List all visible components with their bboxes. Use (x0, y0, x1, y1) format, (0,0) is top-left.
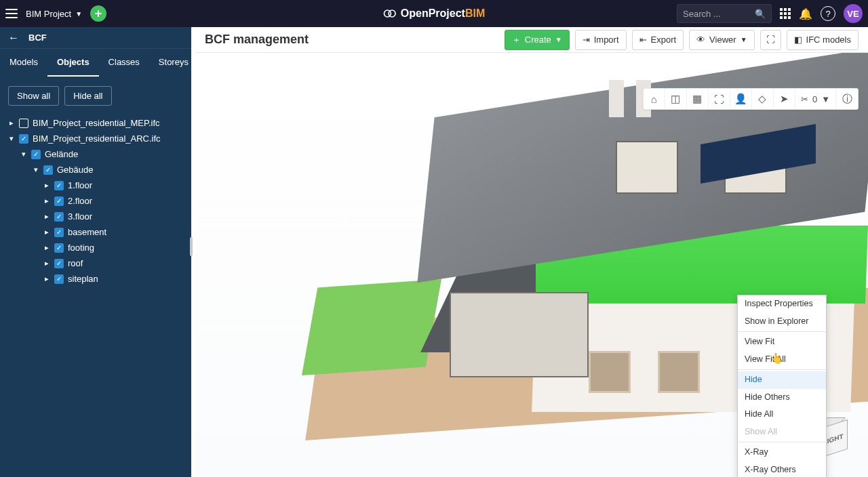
splitter-handle[interactable] (190, 237, 193, 256)
home-icon[interactable]: ⌂ (644, 89, 665, 109)
chimney (609, 80, 624, 117)
avatar[interactable]: VE (844, 4, 863, 23)
info-icon[interactable]: ⓘ (836, 89, 858, 109)
show-all-button[interactable]: Show all (8, 86, 59, 106)
import-icon: ⇥ (583, 35, 590, 45)
svg-point-1 (389, 10, 395, 17)
checkbox[interactable] (19, 119, 28, 128)
hide-all-button[interactable]: Hide all (64, 86, 111, 106)
perspective-icon[interactable]: ◫ (665, 89, 687, 109)
sidebar: ← BCF ModelsObjectsClassesStoreys Show a… (0, 27, 191, 477)
expander-icon[interactable]: ▾ (8, 134, 15, 143)
tree-label: roof (68, 258, 83, 268)
tree-label: Gebäude (57, 165, 94, 175)
help-icon[interactable]: ? (821, 6, 835, 21)
scissors-icon: ✂ (801, 94, 808, 104)
expander-icon[interactable]: ▸ (43, 274, 50, 283)
tree-label: BIM_Project_residential_MEP.ifc (33, 118, 160, 128)
checkbox[interactable]: ✓ (54, 259, 64, 268)
slice-counter[interactable]: ✂ 0 ▼ (795, 89, 836, 109)
tree-3-floor[interactable]: ▸✓3.floor (5, 209, 186, 224)
expander-icon[interactable]: ▸ (43, 259, 50, 268)
checkbox[interactable]: ✓ (43, 165, 53, 175)
ifc-models-button[interactable]: ◧IFC models (787, 30, 859, 50)
viewer-toolbar: ⌂ ◫ ▦ ⛶ 👤 ◇ ➤ ✂ 0 ▼ ⓘ (643, 88, 859, 110)
import-button[interactable]: ⇥Import (575, 30, 627, 50)
ctx-hide-all[interactable]: Hide All (738, 406, 826, 423)
context-menu: Inspect PropertiesShow in ExplorerView F… (737, 295, 827, 477)
tree-2-floor[interactable]: ▸✓2.floor (5, 193, 186, 209)
ctx-view-fit[interactable]: View Fit (738, 333, 826, 351)
tree-label: BIM_Project_residential_ARC.ifc (33, 133, 161, 144)
tree-label: 2.floor (68, 196, 92, 206)
checkbox[interactable]: ✓ (54, 196, 64, 206)
ctx-show-in-explorer[interactable]: Show in Explorer (738, 313, 826, 331)
back-arrow-icon[interactable]: ← (8, 32, 19, 44)
viewer-dropdown[interactable]: 👁Viewer▼ (689, 30, 754, 50)
window (589, 351, 631, 393)
sidebar-title: BCF (28, 33, 47, 43)
checkbox[interactable]: ✓ (54, 274, 64, 284)
dormer (616, 141, 678, 194)
add-button[interactable]: + (90, 5, 106, 22)
tree-label: Gelände (45, 149, 78, 159)
fit-icon[interactable]: ⛶ (709, 89, 730, 109)
tree-roof[interactable]: ▸✓roof (5, 255, 186, 271)
tree-footing[interactable]: ▸✓footing (5, 240, 186, 255)
tree-basement[interactable]: ▸✓basement (5, 224, 186, 240)
checkbox[interactable]: ✓ (54, 212, 64, 222)
checkbox[interactable]: ✓ (19, 134, 28, 144)
tree-label: 3.floor (68, 211, 92, 222)
checkbox[interactable]: ✓ (31, 150, 41, 159)
ctx-x-ray[interactable]: X-Ray (738, 444, 826, 461)
tree-file-arc[interactable]: ▾✓BIM_Project_residential_ARC.ifc (5, 131, 186, 146)
tree-siteplan[interactable]: ▸✓siteplan (5, 271, 186, 287)
export-button[interactable]: ⇤Export (632, 30, 684, 50)
ctx-inspect-properties[interactable]: Inspect Properties (738, 295, 826, 313)
fullscreen-button[interactable]: ⛶ (760, 30, 781, 50)
tree-gelaende[interactable]: ▾✓Gelände (5, 146, 186, 162)
tab-objects[interactable]: Objects (47, 49, 99, 77)
tree-gebaeude[interactable]: ▾✓Gebäude (5, 162, 186, 178)
tree-label: 1.floor (68, 180, 92, 190)
search-icon: 🔍 (755, 9, 766, 19)
tab-models[interactable]: Models (0, 49, 47, 77)
expander-icon[interactable]: ▸ (43, 228, 50, 236)
notifications-icon[interactable]: 🔔 (799, 7, 812, 20)
ctx-view-fit-all[interactable]: View Fit All (738, 351, 826, 369)
expander-icon[interactable]: ▾ (20, 150, 27, 159)
expander-icon[interactable]: ▸ (43, 243, 50, 252)
hamburger-menu[interactable] (5, 9, 18, 18)
expander-icon[interactable]: ▸ (43, 181, 50, 190)
hide-icon[interactable]: ◇ (752, 89, 774, 109)
page-title: BCF management (205, 33, 309, 47)
tab-classes[interactable]: Classes (99, 49, 149, 77)
expander-icon[interactable]: ▸ (43, 196, 50, 205)
pointer-icon[interactable]: ➤ (774, 89, 795, 109)
ctx-x-ray-others[interactable]: X-Ray Others (738, 461, 826, 478)
expander-icon[interactable]: ▾ (33, 165, 39, 174)
tree-label: basement (68, 227, 106, 237)
window (658, 351, 700, 393)
ctx-show-all: Show All (738, 423, 826, 441)
checkbox[interactable]: ✓ (54, 181, 64, 190)
checkbox[interactable]: ✓ (54, 228, 64, 237)
caret-down-icon: ▼ (821, 94, 830, 104)
tree-label: siteplan (68, 274, 98, 284)
caret-down-icon: ▼ (75, 10, 82, 18)
create-button[interactable]: ＋Create▼ (505, 30, 570, 50)
first-person-icon[interactable]: 👤 (730, 89, 752, 109)
project-selector[interactable]: BIM Project ▼ (26, 9, 82, 19)
tree-1-floor[interactable]: ▸✓1.floor (5, 178, 186, 193)
ctx-hide[interactable]: Hide (738, 371, 826, 389)
tree-file-mep[interactable]: ▸BIM_Project_residential_MEP.ifc (5, 115, 186, 131)
project-name: BIM Project (26, 9, 71, 19)
apps-grid-icon[interactable] (780, 8, 791, 19)
ctx-hide-others[interactable]: Hide Others (738, 389, 826, 407)
expander-icon[interactable]: ▸ (8, 119, 15, 127)
search-input[interactable]: Search ... 🔍 (677, 4, 772, 23)
checkbox[interactable]: ✓ (54, 243, 64, 253)
grid-icon[interactable]: ▦ (687, 89, 709, 109)
search-placeholder: Search ... (683, 9, 721, 19)
expander-icon[interactable]: ▸ (43, 212, 50, 221)
